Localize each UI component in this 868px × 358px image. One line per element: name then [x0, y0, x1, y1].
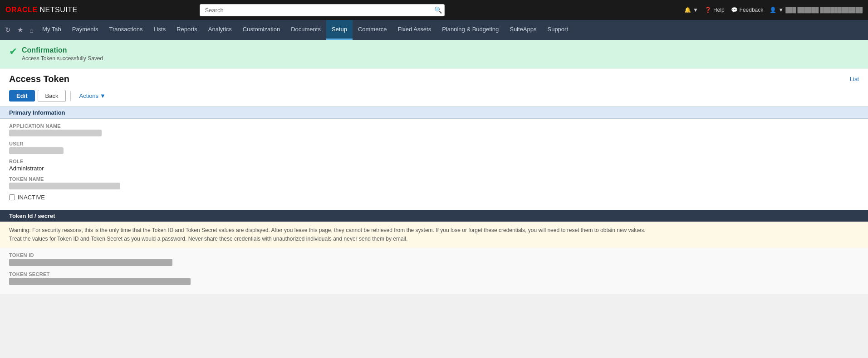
warning-box: Warning: For security reasons, this is t… [0, 222, 868, 248]
nav-refresh-icon[interactable]: ↻ [2, 20, 14, 40]
role-value: Administrator [9, 165, 859, 172]
bell-icon: 🔔 [684, 7, 691, 13]
search-container: 🔍 [200, 4, 445, 16]
primary-info-fields: APPLICATION NAME ​██████ ████ ████ █████… [0, 119, 868, 210]
nav-item-analytics[interactable]: Analytics [203, 20, 237, 40]
user-field: USER ​████████████​ [9, 141, 859, 154]
token-name-label: TOKEN NAME [9, 176, 859, 182]
feedback-label: Feedback [740, 7, 764, 13]
nav-item-my-tab[interactable]: My Tab [37, 20, 67, 40]
nav-item-customization[interactable]: Customization [237, 20, 285, 40]
feedback-icon: 💬 [731, 7, 738, 13]
primary-info-section-header: Primary Information [0, 106, 868, 119]
user-chevron: ▼ [778, 7, 784, 13]
user-name: ███ ██████ ████████████ [785, 7, 863, 13]
token-id-label: TOKEN ID [9, 252, 859, 258]
confirmation-text: Confirmation Access Token successfully S… [22, 46, 103, 62]
nav-item-lists[interactable]: Lists [148, 20, 171, 40]
confirmation-title: Confirmation [22, 46, 103, 54]
help-button[interactable]: ❓ Help [705, 7, 725, 13]
inactive-checkbox[interactable] [9, 194, 15, 200]
token-name-value: ​██████ ████ ███ ████████ ████​ [9, 183, 120, 189]
back-button[interactable]: Back [38, 90, 66, 102]
top-bar: ORACLE NETSUITE 🔍 🔔 ▼ ❓ Help 💬 Feedback … [0, 0, 868, 20]
treat-text: Treat the values for Token ID and Token … [9, 235, 859, 243]
nav-star-icon[interactable]: ★ [14, 20, 26, 40]
token-secret-label: TOKEN SECRET [9, 271, 859, 277]
page-header: Access Token List [0, 68, 868, 88]
search-button[interactable]: 🔍 [434, 6, 442, 14]
nav-item-documents[interactable]: Documents [285, 20, 326, 40]
notifications-button[interactable]: 🔔 ▼ [684, 7, 698, 13]
token-secret-value: ​ [9, 278, 191, 285]
nav-item-payments[interactable]: Payments [67, 20, 104, 40]
warning-text: Warning: For security reasons, this is t… [9, 226, 859, 235]
nav-item-setup[interactable]: Setup [326, 20, 353, 40]
user-icon: 👤 [770, 7, 776, 13]
nav-item-commerce[interactable]: Commerce [353, 20, 392, 40]
user-value: ​████████████​ [9, 147, 64, 154]
action-bar: Edit Back Actions ▼ [0, 88, 868, 106]
app-name-label: APPLICATION NAME [9, 123, 859, 129]
token-secret-field: TOKEN SECRET ​ [9, 271, 859, 285]
nav-item-planning-budgeting[interactable]: Planning & Budgeting [436, 20, 504, 40]
help-label: Help [713, 7, 725, 13]
token-id-field: TOKEN ID ​ [9, 252, 859, 266]
help-icon: ❓ [705, 7, 711, 13]
nav-bar: ↻ ★ ⌂ My Tab Payments Transactions Lists… [0, 20, 868, 40]
action-divider [70, 91, 71, 101]
actions-label: Actions [79, 92, 98, 99]
actions-chevron-icon: ▼ [100, 92, 106, 99]
inactive-row: INACTIVE [9, 194, 859, 201]
nav-item-suiteapps[interactable]: SuiteApps [504, 20, 542, 40]
token-name-field: TOKEN NAME ​██████ ████ ███ ████████ ███… [9, 176, 859, 189]
role-label: ROLE [9, 159, 859, 164]
logo-oracle: ORACLE [5, 6, 40, 14]
edit-button[interactable]: Edit [9, 90, 35, 102]
nav-item-reports[interactable]: Reports [171, 20, 203, 40]
check-icon: ✔ [9, 47, 17, 57]
nav-item-fixed-assets[interactable]: Fixed Assets [392, 20, 436, 40]
search-input[interactable] [200, 4, 445, 16]
actions-dropdown-button[interactable]: Actions ▼ [75, 90, 109, 102]
role-field: ROLE Administrator [9, 159, 859, 172]
token-section-header: Token Id / secret [0, 210, 868, 222]
app-name-field: APPLICATION NAME ​██████ ████ ████ █████… [9, 123, 859, 136]
page-container: Access Token List Edit Back Actions ▼ Pr… [0, 68, 868, 294]
inactive-label: INACTIVE [18, 194, 45, 201]
top-right-controls: 🔔 ▼ ❓ Help 💬 Feedback 👤 ▼ ███ ██████ ███… [684, 7, 863, 13]
token-fields: TOKEN ID ​ TOKEN SECRET ​ [0, 248, 868, 294]
app-name-value: ​██████ ████ ████ ███████​ [9, 130, 102, 136]
page-title: Access Token [9, 74, 69, 84]
notifications-chevron: ▼ [693, 7, 698, 13]
list-link[interactable]: List [850, 76, 859, 82]
nav-item-transactions[interactable]: Transactions [104, 20, 148, 40]
feedback-button[interactable]: 💬 Feedback [731, 7, 764, 13]
nav-home-icon[interactable]: ⌂ [26, 20, 37, 40]
confirmation-banner: ✔ Confirmation Access Token successfully… [0, 40, 868, 68]
token-id-value: ​ [9, 259, 172, 266]
logo: ORACLE NETSUITE [5, 6, 78, 14]
user-label: USER [9, 141, 859, 146]
nav-item-support[interactable]: Support [542, 20, 574, 40]
user-menu[interactable]: 👤 ▼ ███ ██████ ████████████ [770, 7, 863, 13]
confirmation-subtitle: Access Token successfully Saved [22, 55, 103, 62]
logo-netsuite: NETSUITE [40, 6, 78, 14]
